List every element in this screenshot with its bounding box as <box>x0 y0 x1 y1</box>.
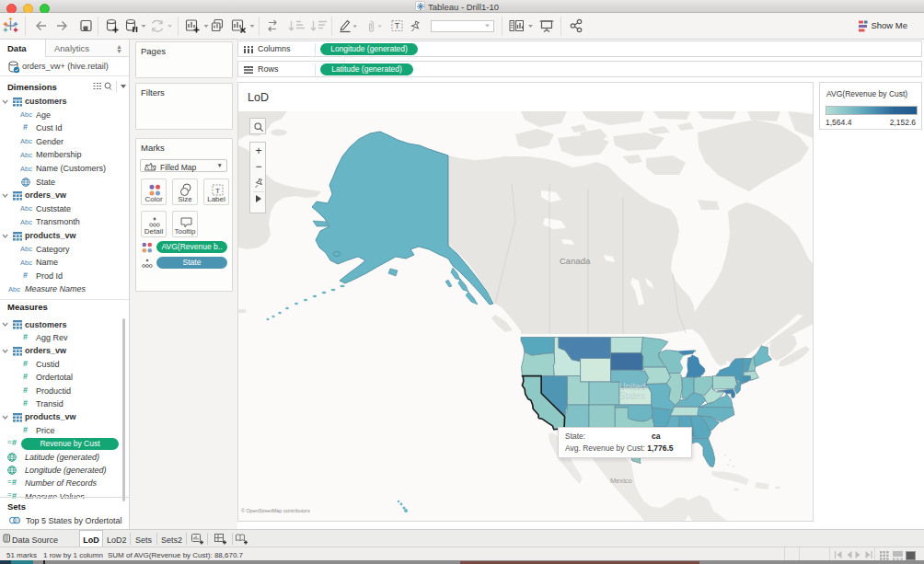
svg-text:T: T <box>215 187 220 195</box>
svg-text:T: T <box>395 21 400 30</box>
svg-text:Canada: Canada <box>560 256 591 266</box>
svg-text:Mexico: Mexico <box>610 477 632 485</box>
svg-text:States: States <box>619 391 645 401</box>
